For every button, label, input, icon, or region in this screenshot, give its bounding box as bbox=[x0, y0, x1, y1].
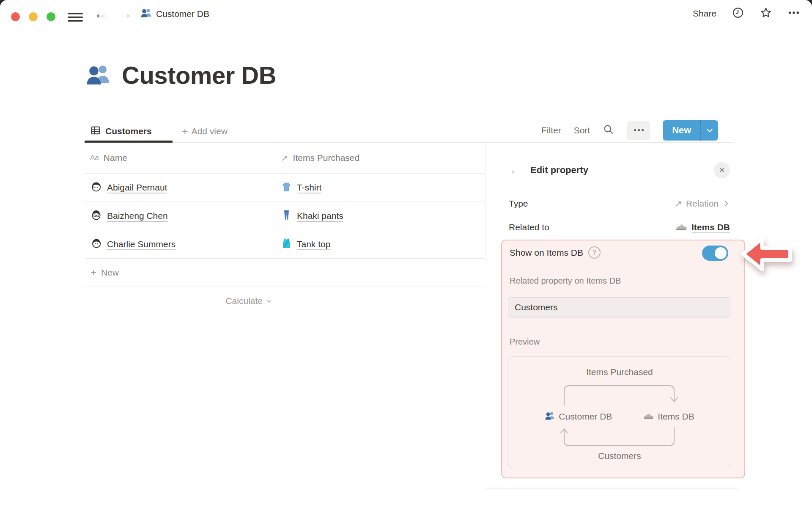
relation-cell[interactable]: Khaki pants bbox=[275, 202, 486, 230]
text-property-icon: Aa bbox=[90, 154, 99, 162]
show-on-items-db-row: Show on Items DB ? bbox=[510, 246, 721, 259]
relation-cell[interactable]: Tank top bbox=[275, 230, 486, 258]
table-view-icon bbox=[90, 125, 101, 138]
sidebar-menu-icon[interactable] bbox=[68, 11, 83, 22]
preview-items-db-node: Items DB bbox=[643, 410, 694, 423]
breadcrumb-title: Customer DB bbox=[156, 9, 209, 19]
preview-right-db-label: Items DB bbox=[658, 411, 694, 422]
sort-button[interactable]: Sort bbox=[574, 125, 590, 135]
related-to-label: Related to bbox=[509, 222, 549, 232]
people-icon bbox=[85, 62, 111, 89]
help-icon[interactable]: ? bbox=[588, 246, 601, 259]
calculate-button[interactable]: Calculate bbox=[85, 287, 275, 315]
person-avatar-icon bbox=[90, 209, 102, 223]
person-avatar-icon bbox=[90, 180, 102, 195]
show-on-db-highlight-section: Show on Items DB ? Related property on I… bbox=[501, 240, 745, 478]
tab-label: Customers bbox=[105, 126, 152, 136]
relation-cell[interactable]: T-shirt bbox=[275, 174, 486, 202]
related-to-row: Related to Items DB bbox=[509, 219, 730, 236]
column-label: Items Purchased bbox=[293, 153, 360, 163]
new-row-label: New bbox=[101, 268, 119, 278]
app-window: ← → Customer DB Share bbox=[0, 0, 812, 508]
preview-customer-db-node: Customer DB bbox=[545, 410, 612, 423]
record-link[interactable]: Charlie Summers bbox=[107, 239, 176, 249]
add-view-label: Add view bbox=[192, 126, 228, 136]
relation-link[interactable]: Tank top bbox=[297, 239, 330, 249]
show-on-items-db-label: Show on Items DB bbox=[510, 248, 583, 258]
sneaker-icon bbox=[643, 410, 654, 423]
forward-arrow-icon[interactable]: → bbox=[118, 5, 132, 22]
related-to-value-button[interactable]: Items DB bbox=[675, 221, 730, 235]
sneaker-icon bbox=[675, 221, 687, 235]
person-avatar-icon bbox=[90, 237, 102, 251]
table-row: Charlie Summers Tank top bbox=[85, 230, 486, 259]
star-favorite-icon[interactable] bbox=[760, 6, 772, 21]
page-title: Customer DB bbox=[122, 61, 276, 89]
panel-title: Edit property bbox=[530, 165, 588, 176]
minimize-window-button[interactable] bbox=[29, 12, 38, 21]
column-label: Name bbox=[104, 153, 127, 163]
preview-label: Preview bbox=[510, 337, 540, 347]
jeans-icon bbox=[281, 209, 292, 223]
calculate-label: Calculate bbox=[225, 296, 263, 306]
share-button[interactable]: Share bbox=[693, 8, 716, 19]
tab-customers-view[interactable]: Customers bbox=[85, 122, 158, 141]
preview-bottom-relation-label: Customers bbox=[508, 451, 731, 461]
chevron-down-icon bbox=[266, 298, 273, 305]
chevron-right-icon bbox=[722, 200, 730, 207]
show-on-items-db-toggle[interactable] bbox=[702, 246, 728, 261]
name-cell[interactable]: Abigail Pernaut bbox=[85, 174, 275, 202]
record-link[interactable]: Baizheng Chen bbox=[107, 211, 168, 221]
people-icon bbox=[140, 7, 152, 20]
tshirt-icon bbox=[281, 181, 292, 194]
new-record-button[interactable]: New bbox=[663, 120, 718, 141]
table-row: Baizheng Chen Khaki pants bbox=[85, 202, 486, 230]
annotation-arrow-icon bbox=[740, 235, 793, 273]
window-titlebar: ← → Customer DB Share bbox=[0, 0, 812, 27]
view-options-button[interactable] bbox=[627, 121, 650, 140]
record-link[interactable]: Abigail Pernaut bbox=[107, 182, 167, 193]
preview-left-db-label: Customer DB bbox=[559, 411, 612, 422]
column-header-name[interactable]: Aa Name bbox=[85, 143, 275, 173]
relation-link[interactable]: Khaki pants bbox=[297, 211, 343, 221]
people-icon bbox=[545, 411, 555, 423]
new-button-label[interactable]: New bbox=[663, 120, 700, 141]
name-cell[interactable]: Baizheng Chen bbox=[85, 202, 275, 230]
panel-bottom-divider bbox=[486, 488, 738, 489]
column-header-items-purchased[interactable]: ↗ Items Purchased bbox=[275, 143, 486, 173]
page-title-block: Customer DB bbox=[85, 61, 276, 89]
relation-property-icon: ↗ bbox=[281, 153, 288, 163]
tank-top-icon bbox=[281, 237, 292, 251]
related-property-input[interactable] bbox=[508, 297, 731, 318]
plus-icon: + bbox=[182, 125, 188, 138]
search-icon[interactable] bbox=[603, 124, 614, 137]
relation-link[interactable]: T-shirt bbox=[297, 182, 321, 193]
back-arrow-icon[interactable]: ← bbox=[94, 5, 107, 22]
filter-button[interactable]: Filter bbox=[541, 125, 561, 135]
relation-arrow-icon: ↗ bbox=[675, 199, 682, 209]
panel-close-icon[interactable]: × bbox=[714, 162, 730, 178]
type-value: Relation bbox=[686, 199, 719, 209]
table-row: Abigail Pernaut T-shirt bbox=[85, 174, 486, 202]
new-row-button[interactable]: + New bbox=[85, 259, 486, 287]
more-options-icon[interactable] bbox=[787, 6, 800, 21]
related-db-link[interactable]: Items DB bbox=[691, 222, 730, 232]
active-tab-underline bbox=[85, 141, 173, 143]
zoom-window-button[interactable] bbox=[47, 12, 55, 21]
name-cell[interactable]: Charlie Summers bbox=[85, 230, 275, 258]
chevron-down-icon[interactable] bbox=[700, 120, 718, 141]
type-value-button[interactable]: ↗ Relation bbox=[675, 199, 730, 209]
close-window-button[interactable] bbox=[11, 12, 20, 21]
customers-table: Aa Name ↗ Items Purchased Abigail Per bbox=[85, 143, 486, 315]
related-property-label: Related property on Items DB bbox=[510, 276, 621, 286]
toggle-knob bbox=[715, 247, 727, 259]
type-label: Type bbox=[509, 199, 528, 209]
add-view-button[interactable]: + Add view bbox=[182, 122, 228, 141]
property-type-row: Type ↗ Relation bbox=[509, 195, 730, 212]
panel-back-arrow-icon[interactable]: ← bbox=[510, 164, 521, 177]
breadcrumb[interactable]: Customer DB bbox=[140, 7, 209, 20]
plus-icon: + bbox=[91, 267, 96, 279]
relation-preview-diagram: Items Purchased bbox=[508, 356, 731, 468]
clock-history-icon[interactable] bbox=[732, 6, 744, 21]
